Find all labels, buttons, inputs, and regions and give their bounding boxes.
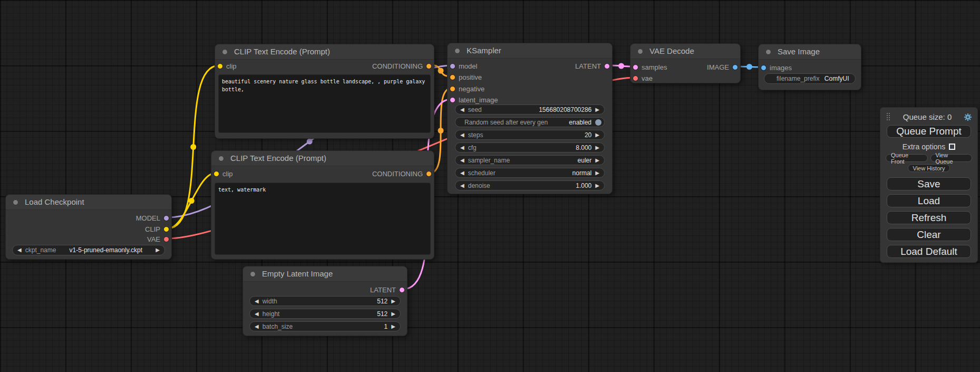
widget-height[interactable]: ◀ height 512 ▶ bbox=[249, 309, 401, 319]
input-port-samples[interactable]: samples bbox=[633, 63, 667, 71]
input-port-positive[interactable]: positive bbox=[450, 73, 482, 81]
decrement-arrow-icon[interactable]: ◀ bbox=[255, 324, 259, 329]
decrement-arrow-icon[interactable]: ◀ bbox=[460, 107, 464, 112]
decrement-arrow-icon[interactable]: ◀ bbox=[255, 311, 259, 317]
node-vae-decode[interactable]: VAE Decode samples vae IMAGE bbox=[630, 43, 741, 83]
increment-arrow-icon[interactable]: ▶ bbox=[391, 299, 395, 304]
toggle-knob[interactable] bbox=[595, 119, 601, 126]
decrement-arrow-icon[interactable]: ◀ bbox=[255, 299, 259, 304]
collapse-dot[interactable] bbox=[765, 49, 771, 55]
output-port-clip[interactable]: CLIP bbox=[145, 225, 169, 233]
latent-port-dot[interactable] bbox=[633, 64, 638, 70]
increment-arrow-icon[interactable]: ▶ bbox=[595, 107, 599, 112]
collapse-dot[interactable] bbox=[637, 49, 643, 54]
conditioning-port-dot[interactable] bbox=[426, 63, 432, 69]
image-port-dot[interactable] bbox=[761, 65, 766, 71]
decrement-arrow-icon[interactable]: ◀ bbox=[460, 145, 464, 150]
load-button[interactable]: Load bbox=[887, 194, 971, 207]
widget-label: filename_prefix bbox=[777, 75, 819, 82]
input-port-negative[interactable]: negative bbox=[450, 84, 484, 93]
collapse-dot[interactable] bbox=[250, 271, 256, 277]
node-clip-text-encode-positive[interactable]: CLIP Text Encode (Prompt) clip CONDITION… bbox=[215, 44, 434, 139]
node-empty-latent-image[interactable]: Empty Latent Image LATENT ◀ width 512 ▶ … bbox=[242, 266, 407, 336]
widget-ckpt-name[interactable]: ◀ ckpt_name v1-5-pruned-emaonly.ckpt ▶ bbox=[12, 245, 165, 255]
widget-width[interactable]: ◀ width 512 ▶ bbox=[249, 296, 401, 306]
widget-denoise[interactable]: ◀ denoise 1.000 ▶ bbox=[455, 180, 605, 190]
widget-seed[interactable]: ◀ seed 156680208700286 ▶ bbox=[455, 104, 605, 115]
output-port-image[interactable]: IMAGE bbox=[707, 63, 738, 71]
decrement-arrow-icon[interactable]: ◀ bbox=[460, 183, 464, 188]
view-queue-button[interactable]: View Queue bbox=[930, 154, 973, 162]
increment-arrow-icon[interactable]: ▶ bbox=[391, 311, 395, 317]
drag-handle-icon[interactable] bbox=[887, 113, 891, 121]
conditioning-port-dot[interactable] bbox=[426, 171, 432, 177]
decrement-arrow-icon[interactable]: ◀ bbox=[460, 132, 464, 138]
decrement-arrow-icon[interactable]: ◀ bbox=[460, 158, 464, 163]
refresh-button[interactable]: Refresh bbox=[887, 211, 971, 224]
latent-port-dot[interactable] bbox=[399, 287, 405, 293]
widget-filename-prefix[interactable]: filename_prefix ComfyUI bbox=[764, 73, 856, 84]
output-port-vae[interactable]: VAE bbox=[147, 235, 169, 243]
settings-gear-icon[interactable] bbox=[964, 113, 972, 121]
node-save-image[interactable]: Save Image images filename_prefix ComfyU… bbox=[758, 44, 861, 90]
decrement-arrow-icon[interactable]: ◀ bbox=[17, 247, 22, 253]
vae-port-dot[interactable] bbox=[163, 236, 169, 242]
input-port-images[interactable]: images bbox=[761, 63, 792, 72]
queue-front-button[interactable]: Queue Front bbox=[886, 154, 928, 162]
widget-random-seed-toggle[interactable]: Random seed after every gen enabled bbox=[455, 117, 605, 127]
widget-value: 1.000 bbox=[494, 182, 592, 189]
collapse-dot[interactable] bbox=[13, 199, 18, 205]
model-port-dot[interactable] bbox=[163, 215, 169, 221]
input-port-model[interactable]: model bbox=[450, 62, 477, 70]
output-port-conditioning[interactable]: CONDITIONING bbox=[372, 62, 432, 70]
port-label: images bbox=[770, 64, 792, 72]
comfyui-canvas[interactable]: { "colors": { "model": "#B39DDB", "clip"… bbox=[0, 0, 980, 372]
input-port-vae[interactable]: vae bbox=[633, 74, 653, 82]
widget-sampler-name[interactable]: ◀ sampler_name euler ▶ bbox=[455, 155, 605, 165]
input-port-latent-image[interactable]: latent_image bbox=[450, 96, 498, 104]
load-default-button[interactable]: Load Default bbox=[887, 245, 971, 258]
increment-arrow-icon[interactable]: ▶ bbox=[595, 183, 599, 188]
decrement-arrow-icon[interactable]: ◀ bbox=[460, 170, 464, 176]
widget-batch-size[interactable]: ◀ batch_size 1 ▶ bbox=[249, 321, 401, 331]
node-clip-text-encode-negative[interactable]: CLIP Text Encode (Prompt) clip CONDITION… bbox=[211, 150, 434, 260]
queue-prompt-button[interactable]: Queue Prompt bbox=[887, 125, 971, 138]
widget-steps[interactable]: ◀ steps 20 ▶ bbox=[455, 130, 605, 140]
output-port-model[interactable]: MODEL bbox=[136, 214, 169, 222]
vae-port-dot[interactable] bbox=[633, 75, 638, 81]
increment-arrow-icon[interactable]: ▶ bbox=[595, 132, 599, 138]
latent-port-dot[interactable] bbox=[604, 63, 610, 69]
extra-options-checkbox[interactable] bbox=[949, 144, 955, 150]
prompt-textarea[interactable]: text, watermark bbox=[215, 183, 431, 255]
conditioning-port-dot[interactable] bbox=[450, 74, 455, 80]
widget-value: 1 bbox=[296, 323, 387, 330]
collapse-dot[interactable] bbox=[222, 49, 228, 55]
increment-arrow-icon[interactable]: ▶ bbox=[391, 324, 395, 329]
collapse-dot[interactable] bbox=[454, 48, 460, 54]
output-port-latent[interactable]: LATENT bbox=[370, 285, 405, 294]
increment-arrow-icon[interactable]: ▶ bbox=[156, 247, 160, 253]
node-ksampler[interactable]: KSampler model positive negative latent_… bbox=[447, 43, 613, 194]
clip-port-dot[interactable] bbox=[163, 226, 169, 232]
input-port-clip[interactable]: clip bbox=[214, 169, 233, 178]
view-history-button[interactable]: View History bbox=[908, 164, 950, 172]
increment-arrow-icon[interactable]: ▶ bbox=[595, 145, 599, 150]
widget-scheduler[interactable]: ◀ scheduler normal ▶ bbox=[455, 168, 605, 178]
clip-port-dot[interactable] bbox=[214, 171, 219, 177]
output-port-conditioning[interactable]: CONDITIONING bbox=[372, 169, 432, 178]
increment-arrow-icon[interactable]: ▶ bbox=[595, 158, 599, 163]
output-port-latent[interactable]: LATENT bbox=[575, 62, 610, 70]
widget-cfg[interactable]: ◀ cfg 8.000 ▶ bbox=[455, 142, 605, 152]
input-port-clip[interactable]: clip bbox=[217, 62, 237, 70]
clear-button[interactable]: Clear bbox=[887, 228, 971, 241]
node-load-checkpoint[interactable]: Load Checkpoint MODEL CLIP VAE ◀ ckpt_na… bbox=[5, 194, 172, 260]
image-port-dot[interactable] bbox=[732, 64, 738, 70]
clip-port-dot[interactable] bbox=[217, 63, 223, 69]
collapse-dot[interactable] bbox=[218, 156, 224, 161]
save-button[interactable]: Save bbox=[887, 177, 971, 190]
conditioning-port-dot[interactable] bbox=[450, 86, 455, 92]
increment-arrow-icon[interactable]: ▶ bbox=[595, 170, 599, 176]
latent-port-dot[interactable] bbox=[450, 97, 455, 103]
prompt-textarea[interactable]: beautiful scenery nature glass bottle la… bbox=[218, 74, 431, 133]
model-port-dot[interactable] bbox=[450, 63, 455, 69]
